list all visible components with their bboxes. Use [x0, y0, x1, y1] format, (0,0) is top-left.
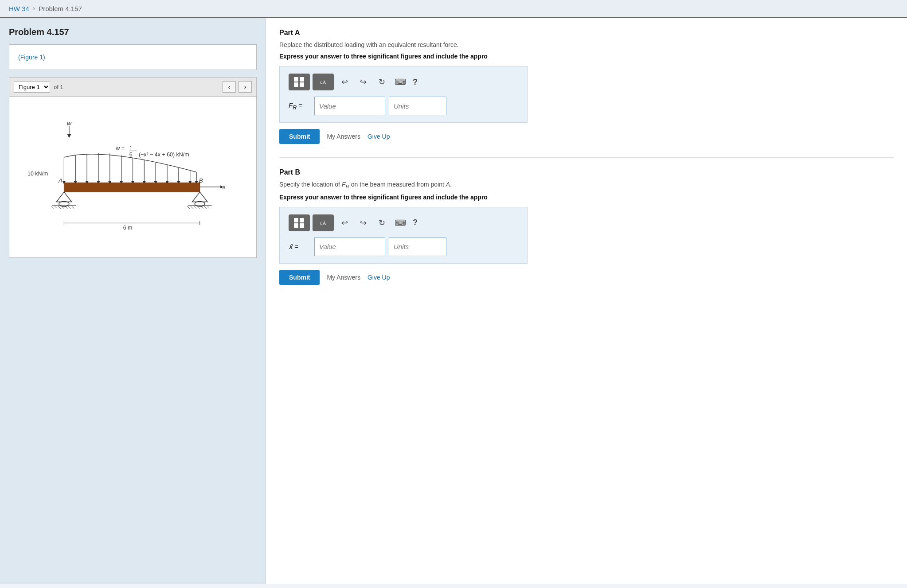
part-a-section: Part A Replace the distributed loading w… [279, 29, 894, 144]
figure-nav-row: ‹ › [223, 81, 252, 93]
svg-rect-57 [300, 223, 304, 228]
part-b-grid-btn[interactable] [289, 214, 310, 231]
main-content: Problem 4.157 (Figure 1) Figure 1 of 1 ‹… [0, 18, 907, 584]
part-b-keyboard-btn[interactable]: ⌨ [392, 216, 408, 230]
figure-box: w w = 1 6 (−x² − 4x + 60) kN/m 10 kN/m [9, 96, 257, 258]
svg-line-40 [191, 206, 193, 209]
svg-rect-50 [294, 77, 298, 82]
part-a-variable: FR = [289, 101, 311, 111]
figure-next-btn[interactable]: › [238, 81, 252, 93]
part-a-value-input[interactable] [314, 97, 385, 115]
part-b-help-btn[interactable]: ? [413, 218, 418, 227]
part-a-subscript-btn[interactable]: uÂ [313, 74, 334, 90]
svg-text:6 m: 6 m [123, 225, 133, 231]
figure-link-box: (Figure 1) [9, 44, 257, 70]
svg-rect-52 [294, 82, 298, 87]
part-a-answer-box: uÂ ↩ ↪ ↻ ⌨ ? FR = [279, 66, 528, 123]
svg-text:w =: w = [115, 145, 125, 152]
grid-icon [293, 77, 305, 87]
grid-icon-b [293, 218, 305, 228]
part-b-refresh-btn[interactable]: ↻ [374, 216, 390, 230]
svg-text:B: B [199, 177, 203, 184]
svg-text:(−x² − 4x + 60) kN/m: (−x² − 4x + 60) kN/m [139, 152, 189, 158]
part-b-instruction: Express your answer to three significant… [279, 194, 894, 201]
part-a-submit-btn[interactable]: Submit [279, 129, 320, 144]
svg-rect-53 [300, 82, 304, 87]
part-a-grid-btn[interactable] [289, 74, 310, 90]
right-panel: Part A Replace the distributed loading w… [266, 18, 907, 584]
part-b-toolbar: uÂ ↩ ↪ ↻ ⌨ ? [289, 214, 518, 231]
part-b-subscript-btn[interactable]: uÂ [313, 214, 334, 231]
svg-text:A: A [58, 177, 63, 184]
figure-link[interactable]: (Figure 1) [18, 54, 45, 61]
svg-point-27 [59, 201, 69, 206]
svg-line-29 [51, 206, 54, 209]
breadcrumb-separator: › [33, 4, 35, 12]
figure-of-label: of 1 [54, 84, 63, 90]
svg-rect-21 [64, 183, 199, 192]
part-a-my-answers-label: My Answers [327, 133, 360, 140]
svg-line-34 [68, 206, 71, 209]
part-a-undo-btn[interactable]: ↩ [336, 75, 352, 89]
part-a-redo-btn[interactable]: ↪ [355, 75, 371, 89]
part-b-actions: Submit My Answers Give Up [279, 270, 894, 285]
part-a-toolbar: uÂ ↩ ↪ ↻ ⌨ ? [289, 74, 518, 90]
breadcrumb: HW 34 › Problem 4.157 [0, 0, 907, 18]
svg-line-30 [55, 206, 57, 209]
subscript-icon-b: uÂ [320, 220, 326, 226]
svg-text:1: 1 [129, 145, 133, 152]
svg-marker-26 [56, 192, 71, 202]
figure-select[interactable]: Figure 1 [14, 82, 50, 93]
svg-text:6: 6 [129, 152, 133, 158]
part-b-redo-btn[interactable]: ↪ [355, 216, 371, 230]
svg-rect-51 [300, 77, 304, 82]
diagram-svg: w w = 1 6 (−x² − 4x + 60) kN/m 10 kN/m [18, 105, 247, 247]
part-b-description: Specify the location of FR on the beam m… [279, 181, 894, 189]
svg-point-37 [195, 201, 205, 206]
svg-marker-36 [192, 192, 207, 202]
part-a-help-btn[interactable]: ? [413, 78, 418, 87]
problem-title: Problem 4.157 [9, 27, 257, 37]
part-a-title: Part A [279, 29, 894, 37]
figure-controls: Figure 1 of 1 ‹ › [9, 77, 257, 96]
svg-line-31 [58, 206, 61, 209]
part-b-give-up-link[interactable]: Give Up [367, 274, 390, 281]
part-a-actions: Submit My Answers Give Up [279, 129, 894, 144]
part-b-value-input[interactable] [314, 238, 385, 256]
svg-text:x: x [222, 184, 226, 190]
part-a-give-up-link[interactable]: Give Up [367, 133, 390, 140]
part-a-refresh-btn[interactable]: ↻ [374, 75, 390, 89]
part-b-section: Part B Specify the location of FR on the… [279, 157, 894, 285]
svg-line-39 [187, 206, 190, 209]
part-b-my-answers-label: My Answers [327, 274, 360, 281]
svg-line-45 [207, 206, 210, 209]
part-a-instruction: Express your answer to three significant… [279, 53, 894, 60]
part-b-answer-box: uÂ ↩ ↪ ↻ ⌨ ? x̄ = [279, 207, 528, 264]
breadcrumb-hw-link[interactable]: HW 34 [9, 5, 29, 12]
svg-rect-56 [294, 223, 298, 228]
svg-rect-54 [294, 218, 298, 222]
part-b-title: Part B [279, 168, 894, 176]
part-a-keyboard-btn[interactable]: ⌨ [392, 75, 408, 89]
part-b-units-input[interactable] [389, 238, 446, 256]
part-b-submit-btn[interactable]: Submit [279, 270, 320, 285]
svg-line-35 [72, 206, 74, 209]
svg-rect-55 [300, 218, 304, 222]
svg-text:w: w [67, 120, 72, 127]
left-panel: Problem 4.157 (Figure 1) Figure 1 of 1 ‹… [0, 18, 266, 584]
svg-line-41 [194, 206, 196, 209]
part-b-input-row: x̄ = [289, 238, 518, 256]
breadcrumb-current: Problem 4.157 [39, 5, 82, 12]
part-a-description: Replace the distributed loading with an … [279, 41, 894, 48]
figure-prev-btn[interactable]: ‹ [223, 81, 236, 93]
subscript-icon: uÂ [320, 79, 326, 85]
part-b-variable: x̄ = [289, 243, 311, 251]
part-a-input-row: FR = [289, 97, 518, 115]
part-a-units-input[interactable] [389, 97, 446, 115]
svg-text:10 kN/m: 10 kN/m [27, 171, 48, 177]
svg-line-44 [204, 206, 207, 209]
part-b-undo-btn[interactable]: ↩ [336, 216, 352, 230]
